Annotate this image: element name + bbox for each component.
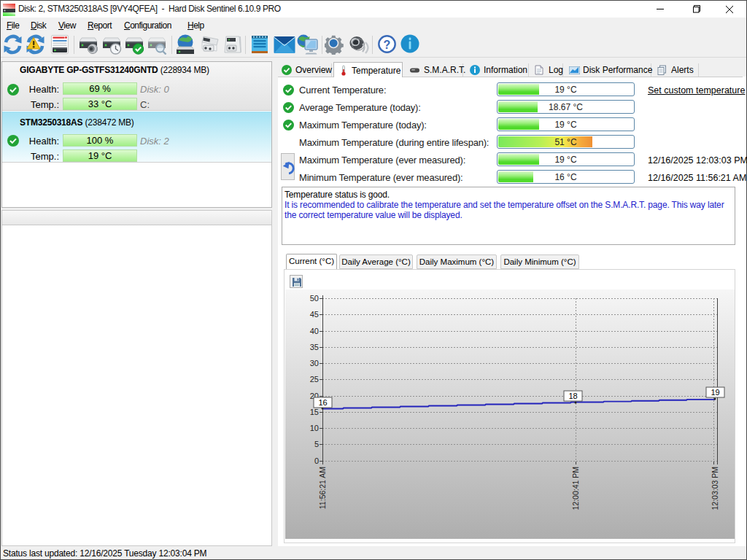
svg-text:30: 30 bbox=[310, 359, 319, 368]
svg-text:10: 10 bbox=[310, 424, 319, 432]
svg-text:25: 25 bbox=[310, 375, 319, 384]
svg-text:45: 45 bbox=[310, 310, 319, 319]
svg-text:35: 35 bbox=[310, 343, 319, 351]
svg-text:50: 50 bbox=[310, 294, 319, 303]
svg-text:12:03:03 PM: 12:03:03 PM bbox=[711, 467, 719, 510]
svg-text:15: 15 bbox=[310, 408, 319, 416]
svg-text:5: 5 bbox=[314, 440, 319, 448]
svg-text:0: 0 bbox=[314, 456, 319, 465]
svg-text:11:56:21 AM: 11:56:21 AM bbox=[318, 467, 327, 509]
svg-text:19: 19 bbox=[711, 388, 719, 397]
svg-text:?: ? bbox=[384, 39, 391, 51]
svg-text:12:00:41 PM: 12:00:41 PM bbox=[571, 467, 580, 510]
svg-text:16: 16 bbox=[318, 398, 327, 407]
svg-text:40: 40 bbox=[310, 327, 319, 335]
svg-text:18: 18 bbox=[568, 392, 577, 400]
